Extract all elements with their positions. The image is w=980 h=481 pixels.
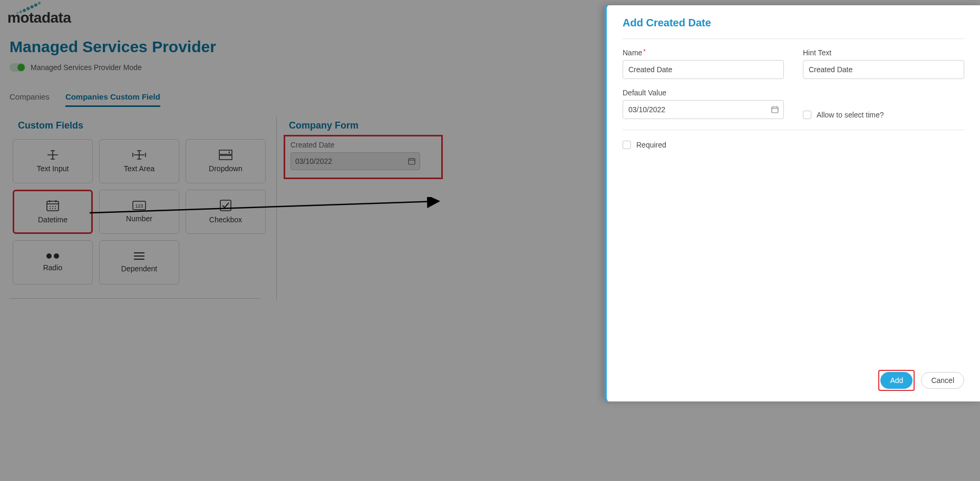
hint-label: Hint Text	[803, 48, 964, 57]
allow-time-checkbox[interactable]	[803, 111, 811, 119]
svg-rect-16	[772, 107, 778, 113]
default-value-label: Default Value	[623, 89, 784, 97]
required-label: Required	[636, 141, 666, 149]
required-checkbox[interactable]	[623, 141, 631, 149]
cancel-button[interactable]: Cancel	[921, 372, 964, 389]
allow-time-label: Allow to select time?	[817, 111, 884, 119]
divider	[623, 38, 964, 39]
divider	[623, 130, 964, 130]
add-button-highlight: Add	[878, 370, 915, 391]
panel-title: Add Created Date	[623, 17, 964, 29]
name-input[interactable]	[623, 60, 784, 79]
calendar-icon[interactable]	[771, 106, 779, 113]
hint-input[interactable]	[803, 60, 964, 79]
name-label: Name	[623, 48, 784, 57]
add-field-panel: Add Created Date Name Hint Text Default …	[605, 5, 980, 401]
add-button[interactable]: Add	[880, 372, 913, 389]
default-value-input[interactable]	[623, 100, 784, 119]
